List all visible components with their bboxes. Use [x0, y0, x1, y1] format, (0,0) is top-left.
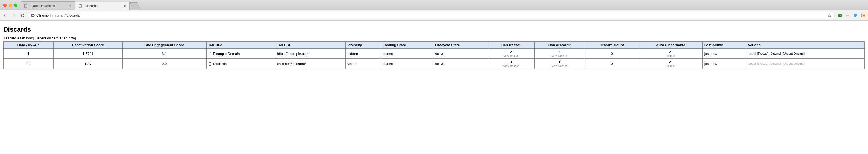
- check-icon: ✘: [510, 60, 513, 64]
- cell-actions: [Load] [Freeze] [Discard] [Urgent Discar…: [746, 59, 864, 69]
- cell-engagement: 8.1: [122, 49, 206, 59]
- col-tab-title[interactable]: Tab Title: [206, 42, 275, 49]
- close-tab-icon[interactable]: ×: [123, 4, 127, 8]
- bookmark-star-icon[interactable]: [828, 14, 832, 18]
- cell-loading: loaded: [381, 59, 433, 69]
- chrome-scheme-icon: [31, 14, 35, 18]
- discard-action[interactable]: [Discard]: [770, 52, 781, 55]
- col-auto-discardable[interactable]: Auto Discardable: [639, 42, 702, 49]
- toggle-link[interactable]: [Toggle]: [641, 65, 701, 68]
- back-button[interactable]: [3, 13, 8, 18]
- col-can-freeze[interactable]: Can freeze?: [488, 42, 534, 49]
- extension-icon-orange[interactable]: [860, 13, 865, 18]
- svg-rect-0: [25, 4, 27, 8]
- freeze-action[interactable]: [Freeze]: [757, 52, 768, 55]
- cell-lifecycle: active: [433, 49, 488, 59]
- col-can-discard[interactable]: Can discard?: [534, 42, 585, 49]
- close-tab-icon[interactable]: ×: [68, 4, 72, 8]
- discard-action: [Discard]: [770, 62, 781, 65]
- browser-tab-example-domain[interactable]: Example Domain ×: [21, 1, 75, 10]
- check-icon: ✔: [510, 50, 513, 54]
- col-lifecycle-state[interactable]: Lifecycle State: [433, 42, 488, 49]
- col-actions[interactable]: Actions: [746, 42, 864, 49]
- cell-url: https://example.com/: [275, 49, 346, 59]
- extension-icons: [837, 13, 865, 18]
- cell-rank: 2: [4, 59, 54, 69]
- svg-rect-9: [209, 52, 211, 55]
- browser-toolbar: Chrome | chrome://discards: [0, 10, 868, 21]
- cell-reactivation: 1.5781: [53, 49, 122, 59]
- svg-rect-1: [79, 4, 82, 8]
- tabs-bar: Example Domain × Discards ×: [21, 0, 868, 10]
- col-last-active[interactable]: Last Active: [702, 42, 746, 49]
- svg-point-2: [32, 15, 34, 17]
- view-reason-link[interactable]: [View Reason]: [536, 54, 583, 57]
- load-action: [Load]: [748, 52, 756, 55]
- extension-icon-dots[interactable]: [845, 13, 850, 18]
- cell-title: Discards: [206, 59, 275, 69]
- forward-button[interactable]: [11, 13, 17, 18]
- cell-loading: loaded: [381, 49, 433, 59]
- discards-table: Utility Rank▲ Reactivation Score Site En…: [3, 41, 865, 69]
- col-utility-rank[interactable]: Utility Rank▲: [4, 42, 54, 49]
- urgent-discard-tab-now-link[interactable]: [Urgent discard a tab now]: [35, 36, 76, 40]
- window-titlebar: Example Domain × Discards ×: [0, 0, 868, 10]
- table-row: 11.57818.1Example Domainhttps://example.…: [4, 49, 865, 59]
- cell-can-discard: ✔[View Reason]: [534, 49, 585, 59]
- col-discard-count[interactable]: Discard Count: [585, 42, 639, 49]
- check-icon: ✔: [558, 50, 561, 54]
- new-tab-button[interactable]: [130, 2, 140, 9]
- url-label: Chrome: [36, 14, 49, 18]
- cell-discard-count: 0: [585, 49, 639, 59]
- close-window-button[interactable]: [3, 4, 6, 7]
- col-reactivation-score[interactable]: Reactivation Score: [53, 42, 122, 49]
- view-reason-link[interactable]: [View Reason]: [536, 65, 583, 68]
- page-icon: [24, 4, 28, 8]
- url-path: discards: [67, 14, 80, 18]
- svg-point-6: [847, 15, 848, 16]
- page-content: Discards [Discard a tab now] [Urgent dis…: [0, 21, 868, 72]
- extension-icon-green[interactable]: [837, 13, 842, 18]
- view-reason-link[interactable]: [View Reason]: [490, 65, 533, 68]
- check-icon: ✔: [669, 50, 672, 54]
- tab-title: Discards: [85, 4, 123, 8]
- svg-point-5: [846, 15, 847, 16]
- table-row: 2N/A0.0Discardschrome://discards/visible…: [4, 59, 865, 69]
- extension-icon-shield[interactable]: [853, 13, 858, 18]
- minimize-window-button[interactable]: [9, 4, 12, 7]
- cell-can-freeze: ✘[View Reason]: [488, 59, 534, 69]
- cell-rank: 1: [4, 49, 54, 59]
- toggle-link[interactable]: [Toggle]: [641, 54, 701, 57]
- top-action-links: [Discard a tab now] [Urgent discard a ta…: [3, 36, 865, 40]
- cell-engagement: 0.0: [122, 59, 206, 69]
- sort-asc-icon: ▲: [37, 43, 39, 46]
- col-tab-url[interactable]: Tab URL: [275, 42, 346, 49]
- check-icon: ✔: [669, 60, 672, 64]
- col-site-engagement[interactable]: Site Engagement Score: [122, 42, 206, 49]
- url-scheme: chrome://: [52, 14, 67, 18]
- reload-button[interactable]: [20, 13, 25, 18]
- cell-visibility: visible: [346, 59, 381, 69]
- page-title: Discards: [3, 26, 865, 33]
- col-loading-state[interactable]: Loading State: [381, 42, 433, 49]
- cell-url: chrome://discards/: [275, 59, 346, 69]
- col-visibility[interactable]: Visibility: [346, 42, 381, 49]
- page-icon: [78, 4, 83, 8]
- document-icon: [208, 62, 212, 66]
- address-bar[interactable]: Chrome | chrome://discards: [28, 12, 835, 19]
- cell-auto-discardable: ✔[Toggle]: [639, 59, 702, 69]
- nav-controls: [3, 13, 25, 18]
- url-separator: |: [50, 14, 51, 18]
- browser-tab-discards[interactable]: Discards ×: [75, 2, 130, 10]
- document-icon: [208, 52, 212, 56]
- table-header-row: Utility Rank▲ Reactivation Score Site En…: [4, 42, 865, 49]
- view-reason-link[interactable]: [View Reason]: [490, 54, 533, 57]
- traffic-lights: [0, 0, 21, 10]
- cell-visibility: hidden: [346, 49, 381, 59]
- urgent-discard-action: [Urgent Discard]: [783, 62, 805, 65]
- cell-last-active: just now: [702, 59, 746, 69]
- urgent-discard-action[interactable]: [Urgent Discard]: [783, 52, 805, 55]
- discard-tab-now-link[interactable]: [Discard a tab now]: [3, 36, 33, 40]
- cell-can-discard: ✘[View Reason]: [534, 59, 585, 69]
- maximize-window-button[interactable]: [14, 4, 18, 7]
